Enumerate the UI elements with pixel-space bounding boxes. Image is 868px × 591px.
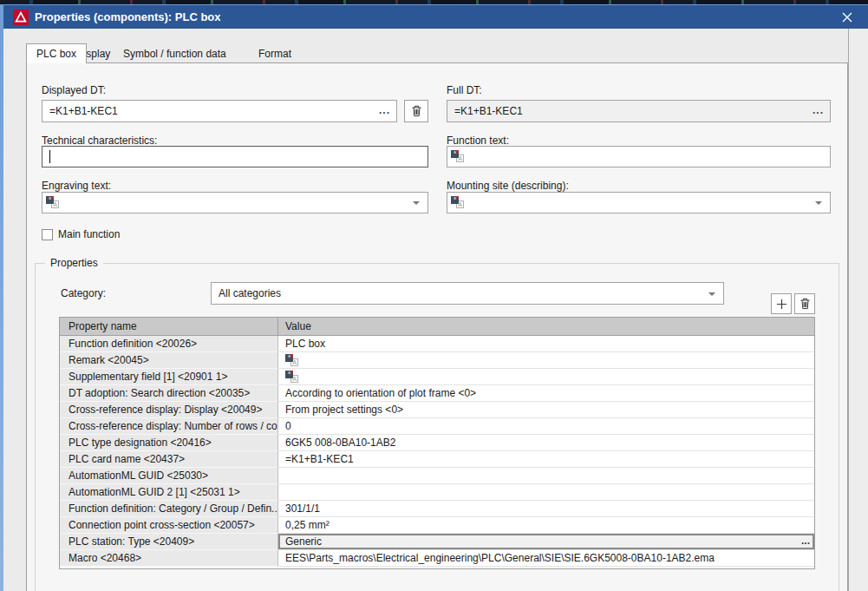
tab-symbol-function-data[interactable]: Symbol / function data [123,48,226,60]
property-value-cell[interactable] [278,369,814,385]
property-value-cell[interactable]: According to orientation of plot frame <… [278,385,814,402]
category-value: All categories [219,287,281,299]
property-name-cell: Remark <20045> [60,352,278,369]
titlebar: Properties (components): PLC box [0,4,868,29]
engraving-text-label: Engraving text: [42,180,111,192]
table-row[interactable]: Function definition: Category / Group / … [60,501,814,517]
category-label: Category: [61,287,106,299]
main-function-checkbox[interactable] [42,229,53,240]
table-row[interactable]: DT adoption: Search direction <20035> Ac… [60,385,814,402]
displayed-dt-label: Displayed DT: [42,84,106,96]
table-row[interactable]: Supplementary field [1] <20901 1> [60,369,814,385]
eplan-app-icon [13,10,29,25]
property-value-cell[interactable] [278,352,814,369]
column-header-value[interactable]: Value [278,318,814,335]
property-name-cell: DT adoption: Search direction <20035> [60,385,278,402]
displayed-dt-value: =K1+B1-KEC1 [49,105,118,117]
property-name-cell: PLC station: Type <20409> [60,534,278,550]
property-value-cell[interactable]: =K1+B1-KEC1 [278,451,814,468]
translate-icon [285,354,298,366]
property-name-cell: Supplementary field [1] <20901 1> [60,369,278,385]
property-name-cell: Macro <20468> [60,550,278,567]
properties-dialog: Properties (components): PLC box PLC box… [0,0,868,591]
property-value-cell[interactable]: 301/1/1 [278,501,814,517]
full-dt-label: Full DT: [447,84,482,96]
property-name-cell: PLC type designation <20416> [60,435,278,451]
function-text-label: Function text: [447,135,509,147]
main-function-label: Main function [58,228,120,240]
full-dt-input[interactable]: =K1+B1-KEC1 ... [447,100,831,122]
mounting-site-label: Mounting site (describing): [447,180,569,192]
property-name-cell: AutomationML GUID <25030> [60,468,278,484]
property-value-cell[interactable]: 0 [278,418,814,435]
table-row[interactable]: AutomationML GUID <25030> [60,468,814,484]
selected-cell-value: Generic [285,535,322,548]
displayed-dt-input[interactable]: =K1+B1-KEC1 ... [42,100,397,122]
translate-icon [285,371,298,383]
delete-property-button[interactable] [794,293,815,314]
property-value-cell[interactable]: 0,25 mm² [278,517,814,534]
technical-characteristics-label: Technical characteristics: [42,135,157,147]
table-row[interactable]: PLC card name <20437> =K1+B1-KEC1 [60,451,814,468]
table-row[interactable]: Cross-reference display: Display <20049>… [60,402,814,418]
cell-browse-button[interactable]: ... [801,534,810,548]
property-value-cell[interactable]: PLC box [278,336,814,352]
text-caret [49,150,50,163]
property-value-cell[interactable]: EES\Parts_macros\Electrical_engineering\… [278,550,814,567]
properties-group-legend: Properties [45,257,103,269]
translate-icon [451,150,464,162]
window-left-border [0,4,3,591]
table-row[interactable]: PLC station: Type <20409> Generic ... [60,534,814,550]
table-row[interactable]: Cross-reference display: Number of rows … [60,418,814,435]
property-name-cell: PLC card name <20437> [60,451,278,468]
property-value-cell-selected[interactable]: Generic ... [278,534,814,550]
table-header-row: Property name Value [60,318,814,336]
chevron-down-icon[interactable] [708,292,715,296]
property-value-cell[interactable]: 6GK5 008-0BA10-1AB2 [278,435,814,451]
category-combobox[interactable]: All categories [211,282,724,305]
full-dt-browse-button[interactable]: ... [813,101,824,120]
property-name-cell: Connection point cross-section <20057> [60,517,278,534]
property-name-cell: Function definition <20026> [60,336,278,352]
tab-plc-box[interactable]: PLC box [26,43,87,63]
table-row[interactable]: Remark <20045> [60,352,814,369]
property-value-cell[interactable]: From project settings <0> [278,402,814,418]
property-name-cell: AutomationML GUID 2 [1] <25031 1> [60,484,278,501]
function-text-input[interactable] [447,146,831,167]
full-dt-value: =K1+B1-KEC1 [454,105,523,117]
chevron-down-icon[interactable] [413,201,420,205]
property-name-cell: Cross-reference display: Display <20049> [60,402,278,418]
add-property-button[interactable] [771,293,792,314]
dialog-right-margin [848,29,868,591]
table-row[interactable]: AutomationML GUID 2 [1] <25031 1> [60,484,814,501]
displayed-dt-browse-button[interactable]: ... [379,101,390,120]
table-row[interactable]: Function definition <20026> PLC box [60,336,814,352]
technical-characteristics-input[interactable] [42,146,428,167]
close-icon[interactable] [839,10,856,25]
translate-icon [46,196,59,208]
property-table: Property name Value Function definition … [59,317,815,569]
property-name-cell: Cross-reference display: Number of rows … [60,418,278,435]
displayed-dt-delete-button[interactable] [404,100,428,122]
property-value-cell[interactable] [278,468,814,484]
mounting-site-combobox[interactable] [447,192,831,213]
table-row[interactable]: Connection point cross-section <20057> 0… [60,517,814,534]
translate-icon [451,196,464,208]
property-value-cell[interactable] [278,484,814,501]
engraving-text-combobox[interactable] [42,192,428,213]
chevron-down-icon[interactable] [815,201,822,205]
table-row[interactable]: PLC type designation <20416> 6GK5 008-0B… [60,435,814,451]
tab-format[interactable]: Format [258,48,291,60]
property-name-cell: Function definition: Category / Group / … [60,501,278,517]
window-title: Properties (components): PLC box [35,10,221,23]
column-header-property-name[interactable]: Property name [60,318,278,335]
table-row[interactable]: Macro <20468> EES\Parts_macros\Electrica… [60,550,814,567]
